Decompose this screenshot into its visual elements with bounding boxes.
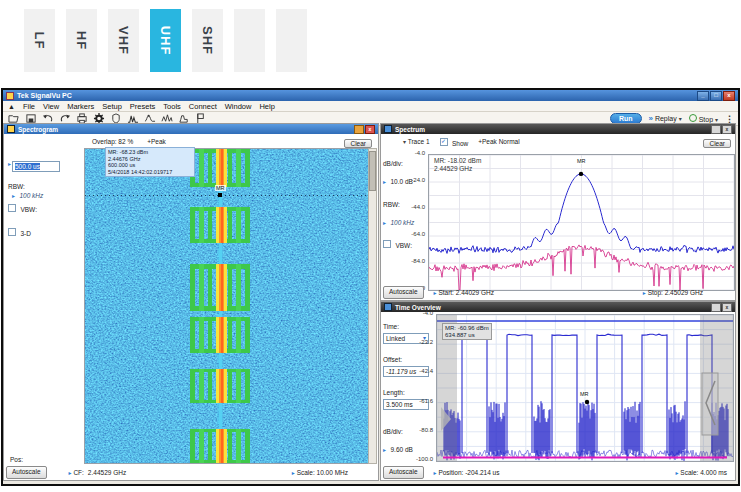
tab-blank-2[interactable] [276,9,307,72]
window-titlebar[interactable]: Tek SignalVu PC _ □ x [3,90,738,101]
spectrogram-vbw-checkbox[interactable]: VBW: [8,198,37,216]
time-overview-chart[interactable]: MR: -60.96 dBm 634.887 us MR [436,314,734,462]
app-icon [6,92,14,100]
spectrum-chart[interactable]: MR: -18.02 dBm 2.44529 GHz MR [428,154,735,291]
time-marker-readout: MR: -60.96 dBm 634.887 us [442,323,492,340]
menu-file[interactable]: File [23,102,35,111]
spectrum-panel-icon [384,125,392,133]
spectrum-marker-label[interactable]: MR [576,158,587,164]
time-ytick: -80.8 [407,427,433,433]
minimize-button[interactable]: _ [697,91,709,101]
show-checkbox[interactable]: ✓ Show [440,132,469,150]
time-overview-restore-button[interactable] [711,303,721,312]
tab-lf[interactable]: LF [24,9,55,72]
spectrum-clear-button[interactable]: Clear [703,139,731,148]
menu-help[interactable]: Help [259,102,274,111]
spectrum-header: ▾ Trace 1 ✓ Show +Peak Normal Clear [381,134,735,148]
time-overview-close-button[interactable]: x [722,303,732,312]
stop-value[interactable]: 2.45029 GHz [665,289,703,296]
menu-setup[interactable]: Setup [102,102,122,111]
close-button[interactable]: x [723,91,735,101]
spectrum-rbw-value[interactable]: 100 kHz [390,219,414,226]
cf-value[interactable]: 2.44529 GHz [88,469,126,476]
threed-checkbox[interactable]: 3-D [8,222,31,240]
menu-view[interactable]: View [43,102,59,111]
menu-connect[interactable]: Connect [189,102,217,111]
spectrum-rbw-label: RBW: [383,201,400,208]
spectrogram-title: Spectrogram [18,126,58,133]
spectrum-ytick: -24.0 [399,177,425,183]
spectrogram-chart[interactable]: MR: -68.23 dBm 2.44676 GHz 600.000 us 5/… [84,148,373,464]
more-options-icon[interactable]: ⋮ [725,114,734,124]
screenshot-stage: LF HF VHF UHF SHF Tek SignalVu PC _ □ x … [0,0,741,492]
spectrum-autoscale-button[interactable]: Autoscale [383,286,424,299]
menu-tools[interactable]: Tools [163,102,181,111]
spectrum-ytick: -64.0 [399,231,425,237]
spectrogram-controls: ▸ Time/div: 500.0 us RBW: ▸ 100 kHz VBW:… [4,148,83,464]
spectrum-ytick: -44.0 [399,204,425,210]
position-value[interactable]: -204.214 us [465,469,499,476]
menu-markers[interactable]: Markers [67,102,94,111]
replay-control[interactable]: » Replay ▾ [649,114,682,123]
spectrogram-panel-icon [7,125,15,133]
offset-label: Offset: [383,356,402,363]
tab-uhf[interactable]: UHF [150,9,181,72]
timediv-input[interactable]: 500.0 us [12,161,60,172]
time-ytick: -100.0 [404,456,433,462]
time-overview-panel: Time Overview x Time: Linked▾ Offset: -1… [380,301,736,481]
menu-bar: ▲ File View Markers Setup Presets Tools … [3,101,738,112]
tab-shf-label: SHF [200,26,215,55]
spectrum-dbdiv-label: dB/div: [383,160,403,167]
menu-window[interactable]: Window [225,102,252,111]
tab-vhf[interactable]: VHF [108,9,139,72]
spectrogram-bottom-row: Autoscale ▸ CF: 2.44529 GHz ▸ Scale: 10.… [6,466,376,478]
spectrogram-scrollbar[interactable] [368,148,377,464]
time-overview-bottom-row: Autoscale ▸ Position: -204.214 us ▸ Scal… [383,467,733,478]
spectrogram-marker-readout: MR: -68.23 dBm 2.44676 GHz 600.000 us 5/… [105,147,195,177]
spectrogram-autoscale-button[interactable]: Autoscale [6,466,47,479]
menu-presets[interactable]: Presets [130,102,155,111]
time-overview-panel-icon [384,303,392,311]
time-autoscale-button[interactable]: Autoscale [383,466,424,479]
app-menu-icon[interactable]: ▲ [8,103,15,110]
stop-icon [689,114,697,122]
overlap-readout: Overlap: 82 % [92,138,133,145]
spectrogram-titlebar[interactable]: Spectrogram x [4,124,378,134]
spectrogram-header: Overlap: 82 % +Peak Clear [4,134,378,148]
spectrum-bottom-row: Autoscale ▸ Start: 2.44029 GHz ▸ Stop: 2… [383,287,733,298]
time-overview-titlebar[interactable]: Time Overview x [381,302,735,312]
start-value[interactable]: 2.44029 GHz [456,289,494,296]
tab-shf[interactable]: SHF [192,9,223,72]
spectrogram-panel: Spectrogram x Overlap: 82 % +Peak Clear … [3,123,379,481]
spectrogram-scale-value[interactable]: 10.00 MHz [317,469,348,476]
band-tab-strip: LF HF VHF UHF SHF [0,0,741,80]
time-overview-controls: Time: Linked▾ Offset: -11.179 us Length:… [383,315,433,456]
time-ytick: -42.4 [407,368,433,374]
spectrum-titlebar[interactable]: Spectrum x [381,124,735,134]
signalvu-window: Tek SignalVu PC _ □ x ▲ File View Marker… [1,88,740,486]
spectrogram-clear-button[interactable]: Clear [344,139,372,148]
stop-control[interactable]: Stop ▾ [689,114,718,123]
spectrum-controls: dB/div: ▸ 10.0 dB RBW: ▸ 100 kHz VBW: [383,152,429,252]
replay-dropdown-arrow[interactable]: ▾ [679,116,682,122]
replay-icon: » [649,114,653,123]
tab-lf-label: LF [32,32,47,50]
tab-hf[interactable]: HF [66,9,97,72]
spectrum-ytick: -4.0 [399,150,425,156]
tab-blank-1[interactable] [234,9,265,72]
length-label: Length: [383,389,405,396]
spectrogram-detector-dropdown[interactable]: +Peak [147,138,166,145]
time-dbdiv-label: dB/div: [383,428,403,435]
spectrum-title: Spectrum [395,126,425,133]
spectrogram-marker-label[interactable]: MR [215,185,226,191]
maximize-button[interactable]: □ [710,91,722,101]
time-marker-label[interactable]: MR [579,391,590,397]
time-ytick: -23.2 [407,339,433,345]
time-scale-value[interactable]: 4.000 ms [700,469,727,476]
spectrum-marker-readout: MR: -18.02 dBm 2.44529 GHz [434,157,481,173]
time-dbdiv-value[interactable]: 9.60 dB [390,446,412,453]
trace-selector[interactable]: ▾ Trace 1 [403,138,430,145]
time-ytick: -4.0 [407,310,433,316]
spectrum-detector-dropdown[interactable]: +Peak Normal [478,138,519,145]
spectrum-panel: Spectrum x ▾ Trace 1 ✓ Show +Peak Normal… [380,123,736,301]
